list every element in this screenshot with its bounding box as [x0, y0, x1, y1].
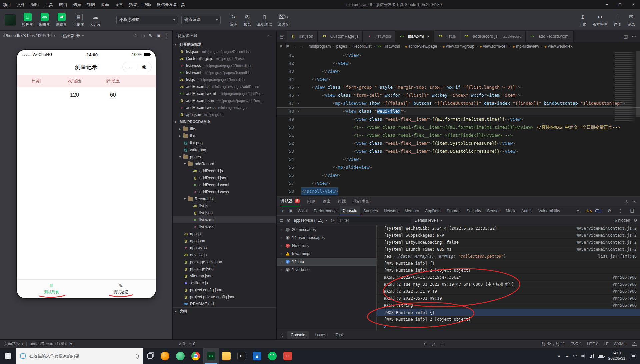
tree-item-list.png[interactable]: ▨list.png	[173, 139, 276, 146]
clear-console-icon[interactable]: ⊘	[287, 218, 290, 223]
tree-item-list.json[interactable]: {}list.json	[173, 209, 276, 216]
action-button-remote-debug[interactable]: ▯真机调试	[257, 13, 272, 27]
source-link[interactable]: WAServiceMainContext.js:2	[576, 247, 637, 252]
tree-item-app.js[interactable]: JSapp.js	[173, 230, 276, 237]
source-link[interactable]: VM4506:960	[613, 296, 637, 301]
forward-icon[interactable]: →	[300, 44, 304, 49]
devtools-tab-vulnerability[interactable]: Vulnerability	[535, 206, 563, 215]
editor-tab-list.json[interactable]: {}list.json	[287, 31, 318, 42]
menu-item[interactable]: 项目	[0, 0, 14, 9]
line-number[interactable]: 43	[277, 67, 296, 75]
task-view-button[interactable]	[143, 348, 157, 364]
breadcrumb-item[interactable]: miniprogram	[309, 44, 331, 49]
console-filter-error[interactable]: ▸×No errors	[277, 242, 376, 250]
breadcrumb-item[interactable]: ◆view.weui-flex	[544, 44, 572, 49]
source-link[interactable]: WAServiceMainContext.js:2	[576, 233, 637, 238]
more-icon[interactable]: ⋯	[632, 34, 636, 39]
source-link[interactable]: list.js? [sm]:46	[598, 254, 637, 259]
devtools-tab-sensor[interactable]: Sensor	[484, 206, 503, 215]
code-line[interactable]: 46▾ <view class="form-cell" wx:for="{{li…	[277, 91, 640, 99]
scrollbar[interactable]	[636, 51, 640, 117]
code-line[interactable]: 51 <!-- <view class="weui-flex__item" >{…	[277, 131, 640, 139]
line-number[interactable]: 50	[277, 123, 296, 131]
console-prompt[interactable]: >	[377, 323, 640, 330]
breadcrumb-item[interactable]: ◆scroll-view.page	[405, 44, 437, 49]
line-number[interactable]: 47	[277, 99, 296, 107]
taskbar-search[interactable]	[16, 348, 143, 364]
capture-icon[interactable]: ▣	[157, 33, 161, 38]
action-button-compile[interactable]: ↻编译	[229, 13, 237, 27]
tree-item-package.json[interactable]: {}package.json	[173, 265, 276, 272]
ime-indicator[interactable]: 中	[573, 353, 577, 359]
code-line[interactable]: 55 </mp-slideview>	[277, 163, 640, 171]
taskbar-app-wechat-devtools[interactable]: </>	[203, 348, 219, 364]
breadcrumb-item[interactable]: ◆mp-slideview	[513, 44, 539, 49]
console-filter-user[interactable]: ▸●14 user messages	[277, 234, 376, 242]
console-filter-warning[interactable]: ▸!5 warnings	[277, 250, 376, 258]
line-number[interactable]: 45	[277, 83, 296, 91]
tree-item-list[interactable]: ▸list	[173, 132, 276, 139]
breadcrumb-item[interactable]: RecordList	[352, 44, 371, 49]
tray-clock[interactable]: 14:01 2022/5/31	[608, 351, 625, 361]
debug-tab[interactable]: 代码质量	[353, 196, 369, 206]
project-section[interactable]: ▾ MINIPROGRAM-9	[173, 118, 276, 125]
list-icon[interactable]: ≡	[280, 44, 282, 49]
signal-icon[interactable]: ◠	[134, 33, 137, 38]
toolbar-button-visualization[interactable]: ▦可视化	[73, 13, 84, 27]
menu-item[interactable]: 帮助	[140, 0, 154, 9]
toolbar-right-version[interactable]: ⊶版本管理	[593, 13, 607, 27]
code-line[interactable]: 43 </view>	[277, 67, 640, 75]
dock-icon[interactable]: ❏	[628, 208, 636, 213]
sidebar-toggle-icon[interactable]: ▤	[277, 31, 287, 42]
console-settings-icon[interactable]: ⚙	[633, 218, 637, 223]
devtools-tab-memory[interactable]: Memory	[402, 206, 422, 215]
source-link[interactable]: VM4506:960	[613, 289, 637, 294]
toolbar-right-details[interactable]: ≡详情	[613, 13, 621, 27]
avatar[interactable]	[5, 14, 16, 26]
tree-item-envList.js[interactable]: JSenvList.js	[173, 251, 276, 258]
lightning-icon[interactable]: ⚡	[423, 342, 426, 346]
tab-test-note[interactable]: ✎测试笔记	[86, 280, 156, 298]
breadcrumb-item[interactable]: ◆view.form-cell	[480, 44, 507, 49]
source-link[interactable]: VM4506:960	[613, 275, 637, 280]
tab-test-list[interactable]: ≡测试列表	[17, 280, 86, 298]
drawer-tab-issues[interactable]: Issues	[311, 331, 330, 339]
action-center-icon[interactable]	[631, 354, 636, 358]
toolbar-button-cloud-dev[interactable]: ☁云开发	[90, 13, 101, 27]
kebab-menu-icon[interactable]: ⋮	[617, 208, 625, 213]
indentation[interactable]: 空格:4	[570, 341, 582, 347]
tree-item-project.private.config.json[interactable]: {}project.private.config.json	[173, 293, 276, 300]
tree-item-addRecord.js[interactable]: JSaddRecord.js	[173, 167, 276, 174]
editor-tab-addRecord.js[interactable]: JSaddRecord.js...\addRecord	[460, 31, 526, 42]
compile-select[interactable]: 普通编译▾	[181, 16, 221, 24]
cloud-icon[interactable]: ☁	[565, 354, 569, 358]
tree-item-addRecord.wxml[interactable]: <>addRecord.wxml	[173, 181, 276, 188]
source-link[interactable]: VM4506:960	[613, 303, 637, 308]
line-number[interactable]: 54	[277, 155, 296, 163]
hot-reload-toggle[interactable]: 热更新开▾	[63, 33, 84, 39]
line-number[interactable]: 57	[277, 179, 296, 187]
tree-item-list.js[interactable]: JSlist.js	[173, 202, 276, 209]
open-editor-list.wxml[interactable]: <>list.wxmlminiprogram\pages\RecordList	[173, 69, 276, 76]
debug-tab[interactable]: 输出	[323, 196, 331, 206]
notifications-bell-icon[interactable]	[633, 342, 636, 345]
device-select[interactable]: iPhone 6/7/8 Plus 100% 16▾	[3, 33, 55, 38]
capsule-target-icon[interactable]: ◉	[137, 62, 151, 72]
more-icon[interactable]: ⋯	[440, 342, 444, 346]
editor-tab-list.js[interactable]: JSlist.js	[434, 31, 460, 42]
debug-tab[interactable]: 问题	[307, 196, 315, 206]
toolbar-button-editor[interactable]: </>编辑器	[39, 13, 50, 27]
microphone-icon[interactable]	[136, 354, 139, 358]
more-icon[interactable]: ⋯	[268, 33, 272, 38]
taskbar-search-input[interactable]	[29, 354, 133, 358]
toolbar-button-simulator[interactable]: ▢模拟器	[22, 13, 33, 27]
source-link[interactable]: WAServiceMainContext.js:2	[576, 240, 637, 245]
breadcrumb-item[interactable]: ◆view.form-group	[442, 44, 474, 49]
devtools-tab-audits[interactable]: Audits	[518, 206, 535, 215]
taskbar-app-teal-app[interactable]	[173, 348, 188, 364]
table-row[interactable]: 12060	[17, 87, 156, 103]
more-icon[interactable]: ⋯	[123, 62, 137, 72]
breadcrumb-item[interactable]: pages	[336, 44, 347, 49]
code-line[interactable]: 48▾ <view class="weui-flex">	[277, 107, 640, 115]
open-editor-addRecord.wxss[interactable]: #addRecord.wxssminiprogram\pages	[173, 104, 276, 111]
